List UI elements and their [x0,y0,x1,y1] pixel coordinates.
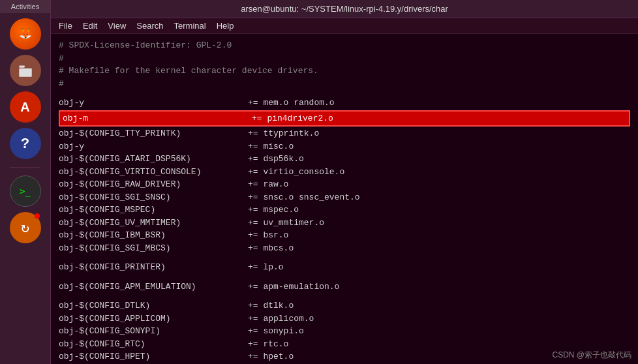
code-line: obj-$(CONFIG_MSPEC)+= mspec.o [59,204,630,217]
code-line: obj-y+= misc.o [59,140,630,153]
svg-rect-0 [19,65,25,67]
code-line: obj-$(CONFIG_SGI_MBCS)+= mbcs.o [59,242,630,255]
menu-terminal[interactable]: Terminal [174,21,206,31]
menu-view[interactable]: View [108,21,126,31]
code-line [59,90,630,97]
code-line: obj-$(CONFIG_RAW_DRIVER)+= raw.o [59,178,630,191]
menu-help[interactable]: Help [217,21,234,31]
code-line: obj-m+= pin4driver2.o [59,110,630,127]
code-line: obj-$(CONFIG_IBM_BSR)+= bsr.o [59,229,630,242]
code-line: # [59,78,630,91]
menu-file[interactable]: File [59,21,72,31]
terminal-wrapper: # SPDX-License-Identifier: GPL-2.0## Mak… [51,34,638,364]
sidebar-icon-help[interactable]: ? [10,128,41,159]
code-line: obj-$(CONFIG_HPET)+= hpet.o [59,350,630,363]
menu-bar: File Edit View Search Terminal Help [51,18,638,34]
code-line: obj-$(CONFIG_PRINTER)+= lp.o [59,261,630,274]
code-line: # SPDX-License-Identifier: GPL-2.0 [59,39,630,52]
code-line: obj-$(CONFIG_APM_EMULATION)+= apm-emulat… [59,281,630,294]
code-line: obj-$(CONFIG_RTC)+= rtc.o [59,338,630,351]
code-line [59,254,630,261]
sidebar-icon-firefox[interactable]: 🦊 [10,18,41,50]
sidebar-icon-files[interactable] [10,55,41,86]
watermark: CSDN @索子也敲代码 [552,350,631,361]
code-line: obj-$(CONFIG_TTY_PRINTK)+= ttyprintk.o [59,127,630,140]
sidebar-icon-appstore[interactable]: A [10,91,41,123]
code-line: # Makefile for the kernel character devi… [59,65,630,78]
svg-rect-1 [19,68,32,77]
code-line: obj-$(CONFIG_SONYPI)+= sonypi.o [59,325,630,338]
sidebar-icon-terminal[interactable]: >_ [10,175,41,207]
code-line: obj-$(CONFIG_SGI_SNSC)+= snsc.o snsc_eve… [59,191,630,204]
code-line: obj-$(CONFIG_UV_MMTIMER)+= uv_mmtimer.o [59,217,630,230]
menu-search[interactable]: Search [136,21,163,31]
notification-dot [35,213,40,219]
title-bar: arsen@ubuntu: ~/SYSTEM/linux-rpi-4.19.y/… [51,0,638,18]
code-line: obj-$(CONFIG_DTLK)+= dtlk.o [59,299,630,312]
activities-label: Activities [0,0,50,13]
code-line: obj-y+= mem.o random.o [59,97,630,110]
code-line: # [59,52,630,65]
sidebar-divider [10,167,40,168]
code-line: obj-$(CONFIG_VIRTIO_CONSOLE)+= virtio_co… [59,166,630,179]
terminal-window: arsen@ubuntu: ~/SYSTEM/linux-rpi-4.19.y/… [51,0,638,364]
sidebar: Activities 🦊 A ? >_ ↻ [0,0,51,364]
code-line: obj-$(CONFIG_ATARI_DSP56K)+= dsp56k.o [59,153,630,166]
code-line: obj-$(CONFIG_APPLICOM)+= applicom.o [59,312,630,326]
code-line [59,274,630,281]
sidebar-icon-updates[interactable]: ↻ [10,212,41,243]
menu-edit[interactable]: Edit [83,21,97,31]
terminal-content[interactable]: # SPDX-License-Identifier: GPL-2.0## Mak… [51,34,638,364]
code-line [59,293,630,299]
